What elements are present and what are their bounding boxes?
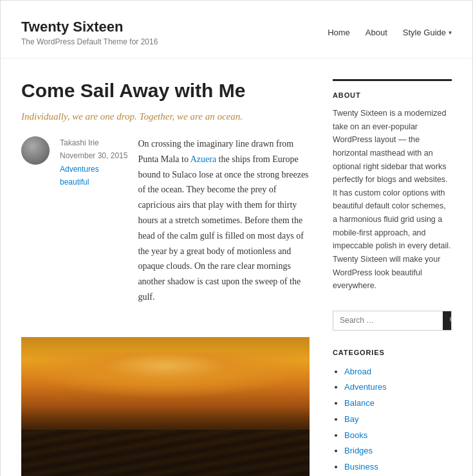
search-input[interactable] — [333, 311, 443, 330]
category-bridges[interactable]: Bridges — [344, 446, 373, 455]
list-item: Abroad — [344, 364, 452, 380]
category-bay[interactable]: Bay — [344, 414, 358, 424]
sidebar-categories-title: CATEGORIES — [333, 349, 452, 356]
avatar — [21, 136, 50, 165]
category-business[interactable]: Business — [344, 462, 378, 471]
page-wrapper: Twenty Sixteen The WordPress Default The… — [0, 0, 473, 476]
categories-list: Abroad Adventures Balance Bay Books Brid… — [333, 364, 452, 476]
azuera-link[interactable]: Azuera — [190, 154, 216, 164]
site-title[interactable]: Twenty Sixteen — [21, 19, 158, 35]
main-content: Come Sail Away with Me Individually, we … — [21, 79, 333, 476]
post-image — [21, 337, 310, 476]
post-image-wrap: Full size image larger than or equal to … — [21, 337, 310, 476]
sidebar-widget-about: ABOUT Twenty Sixteen is a modernized tak… — [333, 91, 452, 293]
wave-overlay — [21, 430, 310, 476]
sidebar-about-text: Twenty Sixteen is a modernized take on a… — [333, 107, 452, 293]
sidebar-widget-search: 🔍 — [333, 311, 452, 331]
nav-item-home[interactable]: Home — [328, 28, 350, 37]
search-button[interactable]: 🔍 — [443, 311, 452, 330]
tag-link[interactable]: beautiful — [60, 178, 89, 187]
chevron-down-icon: ▾ — [449, 29, 452, 36]
post-title: Come Sail Away with Me — [21, 79, 310, 102]
category-abroad[interactable]: Abroad — [344, 367, 371, 376]
post-body: On crossing the imaginary line drawn fro… — [138, 136, 310, 314]
list-item: Balance — [344, 396, 452, 412]
content-area: Come Sail Away with Me Individually, we … — [1, 59, 472, 476]
sidebar: ABOUT Twenty Sixteen is a modernized tak… — [333, 79, 452, 476]
category-adventures[interactable]: Adventures — [344, 382, 387, 392]
site-nav: Home About Style Guide ▾ — [328, 28, 452, 37]
list-item: Business — [344, 459, 452, 475]
post-meta-text: Takashi Irie November 30, 2015 Adventure… — [60, 136, 127, 189]
list-item: Books — [344, 428, 452, 444]
category-books[interactable]: Books — [344, 430, 367, 440]
list-item: Bridges — [344, 443, 452, 459]
post-subtitle: Individually, we are one drop. Together,… — [21, 111, 310, 122]
sidebar-about-title: ABOUT — [333, 91, 452, 99]
post-meta-row: Takashi Irie November 30, 2015 Adventure… — [21, 136, 310, 328]
site-branding: Twenty Sixteen The WordPress Default The… — [21, 19, 158, 46]
nav-item-about[interactable]: About — [366, 28, 387, 37]
category-link[interactable]: Adventures — [60, 165, 99, 174]
site-description: The WordPress Default Theme for 2016 — [21, 37, 158, 46]
site-header: Twenty Sixteen The WordPress Default The… — [1, 1, 472, 59]
author-link[interactable]: Takashi Irie — [60, 138, 99, 147]
avatar-image — [21, 136, 50, 165]
search-form: 🔍 — [333, 311, 452, 331]
category-balance[interactable]: Balance — [344, 398, 375, 408]
search-icon: 🔍 — [449, 316, 452, 325]
post-date: November 30, 2015 — [60, 149, 127, 162]
list-item: Adventures — [344, 380, 452, 396]
nav-item-style-guide[interactable]: Style Guide ▾ — [403, 28, 452, 37]
list-item: Bay — [344, 412, 452, 428]
sidebar-widget-categories: CATEGORIES Abroad Adventures Balance Bay… — [333, 349, 452, 476]
